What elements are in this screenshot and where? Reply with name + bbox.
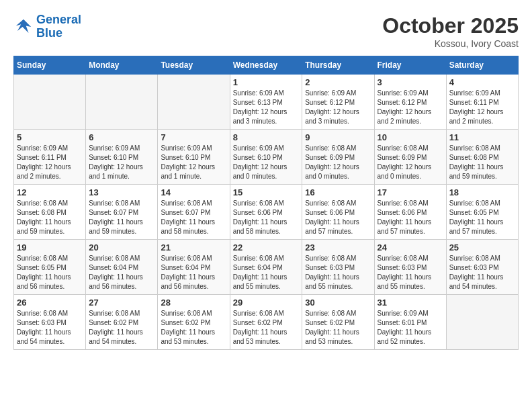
- day-info: Sunrise: 6:08 AMSunset: 6:06 PMDaylight:…: [378, 199, 443, 236]
- day-info: Sunrise: 6:09 AMSunset: 6:01 PMDaylight:…: [378, 309, 443, 347]
- day-info: Sunrise: 6:08 AMSunset: 6:03 PMDaylight:…: [378, 254, 443, 291]
- day-info: Sunrise: 6:09 AMSunset: 6:10 PMDaylight:…: [161, 144, 226, 181]
- day-number: 18: [449, 187, 515, 197]
- day-header-wednesday: Wednesday: [230, 56, 302, 75]
- month-title: October 2025: [382, 13, 519, 38]
- page-header: General Blue October 2025 Kossou, Ivory …: [13, 13, 519, 49]
- calendar-cell: 2Sunrise: 6:09 AMSunset: 6:12 PMDaylight…: [302, 75, 374, 130]
- day-number: 30: [305, 298, 371, 308]
- day-number: 6: [89, 132, 154, 142]
- calendar-cell: 14Sunrise: 6:08 AMSunset: 6:07 PMDayligh…: [158, 185, 230, 240]
- calendar-cell: 24Sunrise: 6:08 AMSunset: 6:03 PMDayligh…: [374, 240, 446, 295]
- calendar-cell: 3Sunrise: 6:09 AMSunset: 6:12 PMDaylight…: [374, 75, 446, 130]
- day-info: Sunrise: 6:08 AMSunset: 6:08 PMDaylight:…: [449, 144, 515, 181]
- day-info: Sunrise: 6:08 AMSunset: 6:09 PMDaylight:…: [305, 144, 371, 181]
- calendar-cell: 10Sunrise: 6:08 AMSunset: 6:09 PMDayligh…: [374, 130, 446, 185]
- calendar-cell: 1Sunrise: 6:09 AMSunset: 6:13 PMDaylight…: [230, 75, 302, 130]
- day-number: 12: [17, 187, 83, 197]
- calendar-cell: 9Sunrise: 6:08 AMSunset: 6:09 PMDaylight…: [302, 130, 374, 185]
- day-info: Sunrise: 6:08 AMSunset: 6:04 PMDaylight:…: [89, 254, 154, 291]
- calendar-cell: [158, 75, 230, 130]
- calendar-week-5: 26Sunrise: 6:08 AMSunset: 6:03 PMDayligh…: [14, 295, 519, 350]
- calendar-week-2: 5Sunrise: 6:09 AMSunset: 6:11 PMDaylight…: [14, 130, 519, 185]
- day-info: Sunrise: 6:08 AMSunset: 6:05 PMDaylight:…: [17, 254, 83, 291]
- day-number: 1: [233, 77, 300, 87]
- day-info: Sunrise: 6:09 AMSunset: 6:12 PMDaylight:…: [305, 89, 371, 126]
- day-header-thursday: Thursday: [302, 56, 374, 75]
- calendar-cell: 29Sunrise: 6:08 AMSunset: 6:02 PMDayligh…: [230, 295, 302, 350]
- day-info: Sunrise: 6:08 AMSunset: 6:02 PMDaylight:…: [233, 309, 300, 347]
- day-number: 5: [17, 132, 83, 142]
- calendar-cell: 22Sunrise: 6:08 AMSunset: 6:04 PMDayligh…: [230, 240, 302, 295]
- calendar-header-row: SundayMondayTuesdayWednesdayThursdayFrid…: [14, 56, 519, 75]
- day-number: 7: [161, 132, 226, 142]
- day-number: 4: [449, 77, 515, 87]
- calendar-cell: 16Sunrise: 6:08 AMSunset: 6:06 PMDayligh…: [302, 185, 374, 240]
- calendar-cell: 15Sunrise: 6:08 AMSunset: 6:06 PMDayligh…: [230, 185, 302, 240]
- day-number: 13: [89, 187, 154, 197]
- day-header-friday: Friday: [374, 56, 446, 75]
- day-info: Sunrise: 6:09 AMSunset: 6:11 PMDaylight:…: [449, 89, 515, 126]
- day-number: 29: [233, 298, 300, 308]
- calendar-cell: [86, 75, 158, 130]
- calendar-cell: 19Sunrise: 6:08 AMSunset: 6:05 PMDayligh…: [14, 240, 86, 295]
- calendar-cell: 28Sunrise: 6:08 AMSunset: 6:02 PMDayligh…: [158, 295, 230, 350]
- day-number: 28: [161, 298, 226, 308]
- calendar-cell: 4Sunrise: 6:09 AMSunset: 6:11 PMDaylight…: [446, 75, 518, 130]
- calendar-cell: [446, 295, 518, 350]
- logo: General Blue: [13, 13, 81, 40]
- title-block: October 2025 Kossou, Ivory Coast: [382, 13, 519, 49]
- calendar-cell: 8Sunrise: 6:09 AMSunset: 6:10 PMDaylight…: [230, 130, 302, 185]
- calendar-cell: 23Sunrise: 6:08 AMSunset: 6:03 PMDayligh…: [302, 240, 374, 295]
- calendar-week-3: 12Sunrise: 6:08 AMSunset: 6:08 PMDayligh…: [14, 185, 519, 240]
- day-number: 24: [378, 242, 443, 253]
- svg-marker-0: [16, 19, 32, 33]
- logo-text: General Blue: [36, 13, 81, 40]
- day-header-tuesday: Tuesday: [158, 56, 230, 75]
- calendar-table: SundayMondayTuesdayWednesdayThursdayFrid…: [13, 56, 519, 350]
- calendar-cell: 11Sunrise: 6:08 AMSunset: 6:08 PMDayligh…: [446, 130, 518, 185]
- day-info: Sunrise: 6:08 AMSunset: 6:03 PMDaylight:…: [305, 254, 371, 291]
- day-header-saturday: Saturday: [446, 56, 518, 75]
- day-number: 15: [233, 187, 300, 197]
- day-header-sunday: Sunday: [14, 56, 86, 75]
- day-number: 2: [305, 77, 371, 87]
- calendar-cell: 12Sunrise: 6:08 AMSunset: 6:08 PMDayligh…: [14, 185, 86, 240]
- day-info: Sunrise: 6:08 AMSunset: 6:08 PMDaylight:…: [17, 199, 83, 236]
- calendar-cell: 5Sunrise: 6:09 AMSunset: 6:11 PMDaylight…: [14, 130, 86, 185]
- calendar-cell: 7Sunrise: 6:09 AMSunset: 6:10 PMDaylight…: [158, 130, 230, 185]
- logo-icon: [13, 17, 34, 37]
- day-number: 31: [378, 298, 443, 308]
- day-info: Sunrise: 6:08 AMSunset: 6:02 PMDaylight:…: [161, 309, 226, 347]
- day-number: 23: [305, 242, 371, 253]
- day-info: Sunrise: 6:08 AMSunset: 6:04 PMDaylight:…: [233, 254, 300, 291]
- day-info: Sunrise: 6:08 AMSunset: 6:06 PMDaylight:…: [233, 199, 300, 236]
- calendar-cell: 31Sunrise: 6:09 AMSunset: 6:01 PMDayligh…: [374, 295, 446, 350]
- calendar-cell: 27Sunrise: 6:08 AMSunset: 6:02 PMDayligh…: [86, 295, 158, 350]
- day-number: 8: [233, 132, 300, 142]
- day-number: 19: [17, 242, 83, 253]
- day-number: 27: [89, 298, 154, 308]
- day-number: 16: [305, 187, 371, 197]
- calendar-cell: 20Sunrise: 6:08 AMSunset: 6:04 PMDayligh…: [86, 240, 158, 295]
- calendar-cell: 26Sunrise: 6:08 AMSunset: 6:03 PMDayligh…: [14, 295, 86, 350]
- day-header-monday: Monday: [86, 56, 158, 75]
- day-info: Sunrise: 6:09 AMSunset: 6:12 PMDaylight:…: [378, 89, 443, 126]
- day-number: 11: [449, 132, 515, 142]
- day-number: 22: [233, 242, 300, 253]
- calendar-week-4: 19Sunrise: 6:08 AMSunset: 6:05 PMDayligh…: [14, 240, 519, 295]
- day-info: Sunrise: 6:09 AMSunset: 6:13 PMDaylight:…: [233, 89, 300, 126]
- day-number: 26: [17, 298, 83, 308]
- day-info: Sunrise: 6:08 AMSunset: 6:02 PMDaylight:…: [89, 309, 154, 347]
- day-info: Sunrise: 6:08 AMSunset: 6:07 PMDaylight:…: [161, 199, 226, 236]
- day-info: Sunrise: 6:08 AMSunset: 6:03 PMDaylight:…: [17, 309, 83, 347]
- day-number: 25: [449, 242, 515, 253]
- day-number: 17: [378, 187, 443, 197]
- calendar-cell: [14, 75, 86, 130]
- day-number: 9: [305, 132, 371, 142]
- day-info: Sunrise: 6:08 AMSunset: 6:09 PMDaylight:…: [378, 144, 443, 181]
- day-info: Sunrise: 6:08 AMSunset: 6:07 PMDaylight:…: [89, 199, 154, 236]
- day-info: Sunrise: 6:08 AMSunset: 6:02 PMDaylight:…: [305, 309, 371, 347]
- day-number: 3: [378, 77, 443, 87]
- day-number: 21: [161, 242, 226, 253]
